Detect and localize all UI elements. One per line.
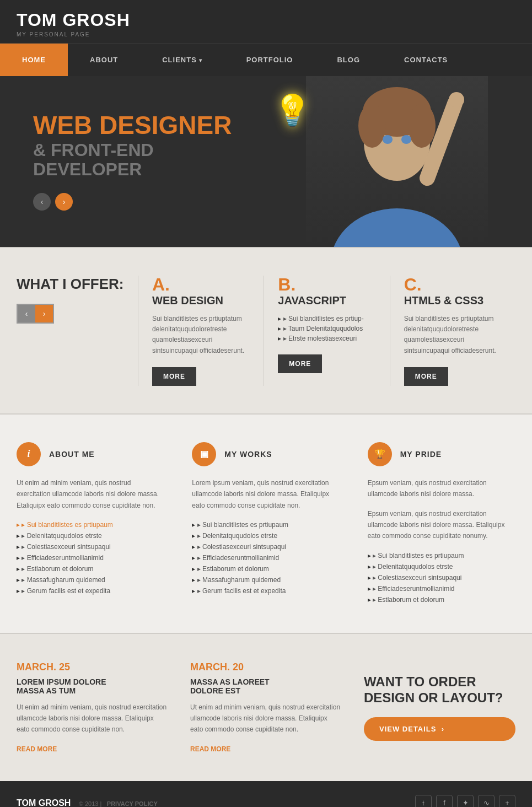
social-facebook-icon[interactable]: f	[436, 795, 453, 807]
my-pride-para1: Epsum veniam, quis nostrud exercitation …	[368, 477, 515, 500]
list-item: ▸ Estlaborum et dolorum	[368, 594, 515, 605]
my-works-title: MY WORKS	[224, 450, 272, 459]
footer-brand: TOM GROSH © 2013 | PRIVACY POLICY	[17, 798, 158, 807]
social-rss-icon[interactable]: ∿	[478, 795, 495, 807]
svg-point-6	[383, 135, 393, 144]
list-item: ▸ Sui blanditlistes es prtiupaum	[368, 550, 515, 561]
offer-b-more-button[interactable]: MORE	[278, 354, 322, 373]
social-twitter-icon[interactable]: 𝔱	[415, 795, 432, 807]
offer-a-desc: Sui blanditlistes es prtiuptatum delenit…	[152, 314, 250, 356]
offer-c-title: HTML5 & CSS3	[404, 294, 502, 307]
person-svg	[306, 76, 488, 247]
offers-prev-button[interactable]: ‹	[18, 305, 35, 322]
cta-col: WANT TO ORDERDESIGN OR LAYOUT? VIEW DETA…	[364, 661, 515, 754]
list-item: ▸ Efficiadeseruntmollianimid	[192, 552, 340, 563]
blog-post-1: MARCH. 25 LOREM IPSUM DOLOREMASSA AS TUM…	[17, 661, 168, 754]
about-me-icon: i	[17, 442, 41, 466]
footer: TOM GROSH © 2013 | PRIVACY POLICY 𝔱 f ✦ …	[0, 781, 532, 807]
footer-copy: © 2013 |	[79, 800, 102, 807]
list-item: ▸ Gerum facilis est et expedita	[192, 585, 340, 596]
my-works-header: ▣ MY WORKS	[192, 442, 340, 466]
offer-a-more-button[interactable]: MORE	[152, 367, 196, 386]
site-subtitle: MY PERSONAL PAGE	[17, 31, 515, 37]
main-nav: HOME ABOUT CLIENTS PORTFOLIO BLOG CONTAC…	[0, 43, 532, 76]
blog-post-2-title: MASSA AS LAOREETDOLORE EST	[190, 677, 342, 695]
about-me-col: i ABOUT ME Ut enim ad minim veniam, quis…	[17, 442, 164, 605]
hero-next-button[interactable]: ›	[55, 193, 73, 211]
offer-card-a: A. WEB DESIGN Sui blanditlistes es prtiu…	[138, 276, 264, 386]
list-item: ▸ Efficiadeseruntmollianimid	[17, 552, 164, 563]
about-me-title: ABOUT ME	[49, 450, 95, 459]
list-item: ▸ Efficiadeseruntmollianimid	[368, 583, 515, 594]
my-works-col: ▣ MY WORKS Lorem ipsum veniam, quis nost…	[192, 442, 340, 605]
blog-post-2: MARCH. 20 MASSA AS LAOREETDOLORE EST Ut …	[190, 661, 342, 754]
my-works-list: ▸ Sui blanditlistes es prtiupaum ▸ Delen…	[192, 519, 340, 596]
blog-section: MARCH. 25 LOREM IPSUM DOLOREMASSA AS TUM…	[0, 634, 532, 781]
my-pride-header: 🏆 MY PRIDE	[368, 442, 515, 466]
list-item: ▸ Sui blanditlistes es prtiupaum	[192, 519, 340, 530]
my-works-icon: ▣	[192, 442, 216, 466]
my-pride-col: 🏆 MY PRIDE Epsum veniam, quis nostrud ex…	[368, 442, 515, 605]
my-works-para1: Lorem ipsum veniam, quis nostrud exercit…	[192, 477, 340, 511]
list-item: ▸ Delenitatququdolos etrste	[192, 530, 340, 541]
nav-item-about[interactable]: ABOUT	[68, 44, 140, 76]
list-item: ▸ Gerum facilis est et expedita	[17, 585, 164, 596]
svg-point-4	[358, 104, 386, 148]
list-item: ▸ Colestiasexceuri sintsupaqui	[17, 541, 164, 552]
hero-section: WEB DESIGNER & FRONT-END DEVELOPER ‹ › 💡	[0, 76, 532, 247]
offer-card-c: C. HTML5 & CSS3 Sui blanditlistes es prt…	[390, 276, 515, 386]
offer-a-letter: A.	[152, 276, 250, 293]
offer-b-title: JAVASCRIPT	[278, 294, 375, 307]
offers-next-button[interactable]: ›	[35, 305, 53, 322]
social-icons: 𝔱 f ✦ ∿ +	[415, 795, 515, 807]
list-item: ▸ Massafugharum quidemed	[17, 574, 164, 585]
offer-c-more-button[interactable]: MORE	[404, 367, 448, 386]
blog-post-2-read-more[interactable]: READ MORE	[190, 745, 230, 753]
list-item: ▸ Estlaborum et dolorum	[17, 563, 164, 574]
my-pride-list: ▸ Sui blanditlistes es prtiupaum ▸ Delen…	[368, 550, 515, 605]
list-item: ▸ Delenitatququdolos etrste	[17, 530, 164, 541]
list-item: ▸ Delenitatququdolos etrste	[368, 561, 515, 572]
svg-point-7	[401, 135, 411, 144]
lightbulb-icon: 💡	[273, 93, 311, 128]
hero-navigation: ‹ ›	[33, 193, 232, 211]
hero-line1: WEB DESIGNER	[33, 112, 232, 138]
blog-post-2-date: MARCH. 20	[190, 661, 342, 673]
list-item: ▸ Massafugharum quidemed	[192, 574, 340, 585]
nav-item-clients[interactable]: CLIENTS	[140, 44, 224, 76]
footer-brand-area: TOM GROSH © 2013 | PRIVACY POLICY	[17, 798, 158, 807]
offers-title: WHAT I OFFER:	[17, 276, 138, 293]
offer-c-letter: C.	[404, 276, 502, 293]
blog-post-1-date: MARCH. 25	[17, 661, 168, 673]
nav-item-contacts[interactable]: CONTACTS	[382, 44, 470, 76]
blog-post-1-body: Ut enim ad minim veniam, quis nostrud ex…	[17, 702, 168, 735]
offers-section: WHAT I OFFER: ‹ › A. WEB DESIGN Sui blan…	[0, 248, 532, 413]
nav-item-blog[interactable]: BLOG	[315, 44, 382, 76]
offers-label: WHAT I OFFER: ‹ ›	[17, 276, 138, 386]
header: TOM GROSH MY PERSONAL PAGE	[0, 0, 532, 43]
my-pride-para2: Epsum veniam, quis nostrud exercitation …	[368, 508, 515, 542]
offer-a-title: WEB DESIGN	[152, 294, 250, 307]
about-me-para1: Ut enim ad minim veniam, quis nostrud ex…	[17, 477, 164, 511]
offers-nav: ‹ ›	[17, 304, 54, 324]
list-item: ▸ Sui blanditlistes es prtiupaum	[17, 519, 164, 530]
hero-line2: & FRONT-END DEVELOPER	[33, 141, 232, 179]
view-details-button[interactable]: VIEW DETAILS ›	[364, 717, 515, 741]
nav-item-portfolio[interactable]: PORTFOLIO	[224, 44, 315, 76]
hero-prev-button[interactable]: ‹	[33, 193, 51, 211]
site-title: TOM GROSH	[17, 10, 515, 30]
social-plus-icon[interactable]: +	[499, 795, 515, 807]
blog-post-1-read-more[interactable]: READ MORE	[17, 745, 57, 753]
hero-person	[306, 76, 488, 247]
list-item: ▸ Colestiasexceuri sintsupaqui	[368, 572, 515, 583]
offer-b-letter: B.	[278, 276, 375, 293]
my-pride-icon: 🏆	[368, 442, 392, 466]
social-flickr-icon[interactable]: ✦	[457, 795, 474, 807]
footer-policy-link[interactable]: PRIVACY POLICY	[107, 800, 158, 807]
about-section: i ABOUT ME Ut enim ad minim veniam, quis…	[0, 415, 532, 633]
svg-point-0	[331, 208, 463, 247]
hero-text: WEB DESIGNER & FRONT-END DEVELOPER ‹ ›	[0, 90, 265, 233]
blog-post-1-title: LOREM IPSUM DOLOREMASSA AS TUM	[17, 677, 168, 695]
nav-item-home[interactable]: HOME	[0, 44, 68, 76]
my-pride-title: MY PRIDE	[400, 450, 442, 459]
